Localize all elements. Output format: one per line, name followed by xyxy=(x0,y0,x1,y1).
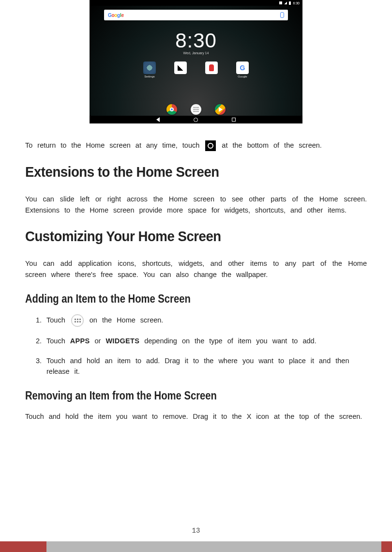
android-home-screenshot: 6:30 Google 8:30 Wed, January 14 Setting… xyxy=(90,0,302,123)
adding-item-steps: Touch on the Home screen. Touch APPS or … xyxy=(25,314,367,377)
paragraph-extensions: You can slide left or right across the H… xyxy=(25,194,367,215)
heading-removing-item: Removing an Item from the Home Screen xyxy=(25,389,326,402)
home-button-icon xyxy=(205,140,216,151)
app-label: Google xyxy=(238,75,247,78)
heading-customizing: Customizing Your Home Screen xyxy=(25,228,340,245)
app-label: Settings xyxy=(144,75,155,78)
paragraph-return-home: To return to the Home screen at any time… xyxy=(25,140,367,151)
app-google: GGoogle xyxy=(234,61,251,78)
list-item: Touch APPS or WIDGETS depending on the t… xyxy=(46,336,367,346)
text-bold: APPS xyxy=(70,337,90,345)
recents-icon xyxy=(232,118,236,122)
dock xyxy=(90,104,302,115)
apps-drawer-icon xyxy=(191,104,201,115)
text: To return to the Home screen at any time… xyxy=(25,141,199,149)
apps-drawer-icon xyxy=(71,314,84,327)
text: or xyxy=(90,337,106,345)
clock-widget: 8:30 Wed, January 14 xyxy=(90,29,302,55)
play-store-icon xyxy=(215,104,226,115)
paragraph-removing: Touch and hold the item you want to remo… xyxy=(25,411,367,422)
app-touch xyxy=(203,61,220,78)
google-search-bar: Google xyxy=(104,10,288,20)
text-bold: WIDGETS xyxy=(106,337,139,345)
status-bar: 6:30 xyxy=(90,0,302,6)
chrome-icon xyxy=(166,104,177,115)
wifi-icon xyxy=(279,1,282,4)
google-logo-icon: Google xyxy=(108,13,124,18)
text: on the Home screen. xyxy=(90,316,164,324)
page-number: 13 xyxy=(0,527,392,535)
text: depending on the type of item you want t… xyxy=(139,337,317,345)
status-time: 6:30 xyxy=(293,1,300,5)
clock-date: Wed, January 14 xyxy=(90,51,302,55)
home-icon xyxy=(194,118,198,122)
heading-adding-item: Adding an Item to the Home Screen xyxy=(25,292,326,306)
app-row: Settings GGoogle xyxy=(90,61,302,78)
app-notes xyxy=(172,61,189,78)
list-item: Touch and hold an item to add. Drag it t… xyxy=(46,355,367,377)
gear-icon xyxy=(143,61,156,74)
footer-bar xyxy=(0,541,392,552)
list-item: Touch on the Home screen. xyxy=(46,314,367,327)
pen-icon xyxy=(174,61,187,74)
android-nav-bar xyxy=(90,116,302,123)
app-settings: Settings xyxy=(141,61,158,78)
battery-icon xyxy=(289,1,291,5)
clock-time: 8:30 xyxy=(90,29,302,52)
heading-extensions: Extensions to the Home Screen xyxy=(25,164,340,180)
google-icon: G xyxy=(236,61,249,74)
hand-icon xyxy=(205,61,218,74)
mic-icon xyxy=(280,12,284,18)
paragraph-customizing: You can add application icons, shortcuts… xyxy=(25,258,367,280)
text: at the bottom of the screen. xyxy=(222,141,322,149)
text: Touch xyxy=(46,337,70,345)
back-icon xyxy=(156,117,160,122)
text: Touch xyxy=(46,316,70,324)
signal-icon xyxy=(284,1,287,4)
